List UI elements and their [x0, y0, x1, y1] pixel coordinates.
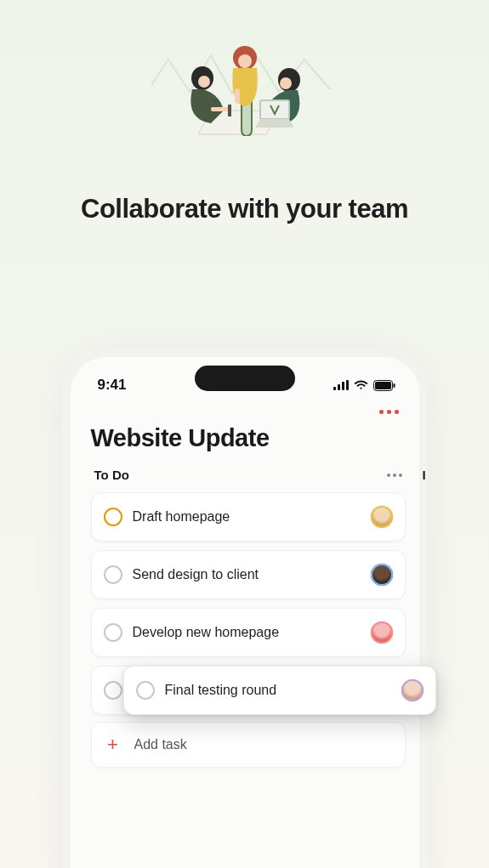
- svg-rect-3: [211, 107, 230, 111]
- battery-icon: [373, 380, 395, 391]
- svg-rect-17: [375, 382, 391, 389]
- task-card[interactable]: Send design to client: [91, 550, 406, 599]
- phone-mockup: 9:41 Website Update: [62, 349, 428, 868]
- column-more-button[interactable]: [387, 474, 402, 477]
- column-header: To Do: [91, 464, 406, 492]
- board-columns: To Do Draft homepage Send design to clie…: [71, 464, 419, 768]
- svg-point-9: [280, 77, 292, 89]
- svg-rect-10: [260, 100, 289, 119]
- svg-rect-13: [338, 384, 340, 390]
- column-title: I: [423, 464, 426, 492]
- status-icons: [333, 380, 395, 391]
- avatar: [401, 679, 424, 701]
- phone-notch: [195, 366, 295, 391]
- column-todo: To Do Draft homepage Send design to clie…: [91, 464, 406, 768]
- svg-rect-4: [228, 105, 231, 116]
- project-title: Website Update: [71, 417, 419, 464]
- svg-point-2: [198, 76, 210, 88]
- svg-marker-11: [255, 119, 294, 128]
- task-title: Draft homepage: [133, 509, 361, 525]
- svg-rect-18: [393, 383, 395, 388]
- project-more-button[interactable]: [379, 410, 399, 414]
- add-task-label: Add task: [134, 737, 187, 752]
- task-checkbox-icon[interactable]: [104, 508, 122, 526]
- avatar: [371, 506, 393, 528]
- svg-rect-15: [346, 380, 349, 390]
- avatar: [371, 621, 393, 644]
- column-title: To Do: [94, 468, 129, 482]
- task-title: Final testing round: [165, 683, 391, 698]
- svg-rect-12: [333, 387, 336, 390]
- task-card[interactable]: Draft homepage: [91, 492, 406, 542]
- task-checkbox-icon[interactable]: [104, 565, 122, 584]
- task-card[interactable]: Develop new homepage: [91, 608, 406, 657]
- svg-point-6: [238, 54, 252, 68]
- task-list: Draft homepage Send design to client Dev…: [91, 492, 406, 713]
- task-title: Send design to client: [133, 567, 361, 582]
- cellular-icon: [333, 380, 349, 390]
- task-checkbox-icon[interactable]: [104, 681, 122, 700]
- task-checkbox-icon[interactable]: [136, 681, 155, 700]
- svg-rect-7: [235, 88, 240, 104]
- svg-rect-14: [342, 382, 344, 390]
- task-title: Develop new homepage: [133, 625, 361, 640]
- team-illustration-icon: [151, 26, 338, 136]
- page-headline: Collaborate with your team: [0, 194, 489, 224]
- task-drag-row: Go-live Final testing round: [91, 666, 406, 713]
- wifi-icon: [354, 380, 368, 390]
- plus-icon: +: [104, 735, 122, 754]
- task-checkbox-icon[interactable]: [104, 623, 122, 642]
- task-card-dragging[interactable]: Final testing round: [123, 666, 436, 715]
- column-next-hint: I: [423, 464, 426, 768]
- status-time: 9:41: [98, 377, 127, 394]
- app-topbar: [71, 400, 419, 417]
- add-task-button[interactable]: + Add task: [91, 722, 406, 768]
- avatar: [371, 564, 393, 586]
- hero-illustration: [0, 0, 489, 136]
